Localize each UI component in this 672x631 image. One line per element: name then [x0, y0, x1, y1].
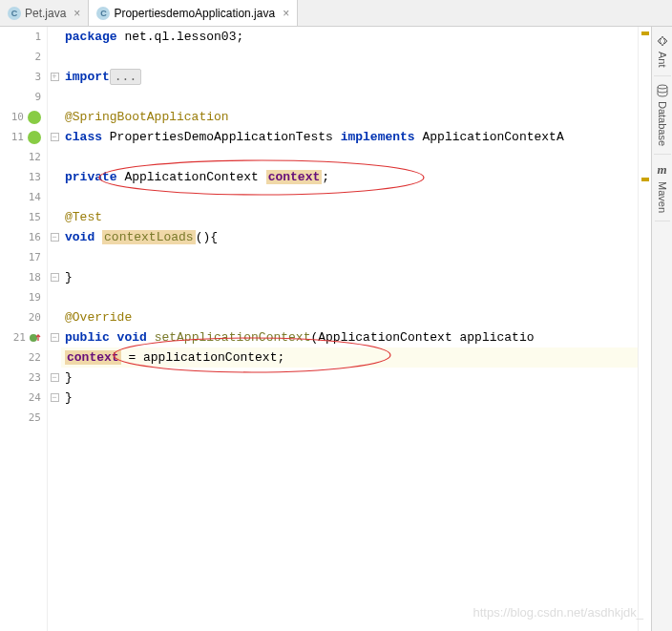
- fold-toggle[interactable]: −: [48, 388, 61, 408]
- override-up-icon[interactable]: [30, 332, 41, 344]
- line-number[interactable]: 9: [0, 87, 47, 107]
- line-number[interactable]: 19: [0, 287, 47, 307]
- fold-toggle[interactable]: +: [48, 67, 61, 87]
- line-number[interactable]: 18: [0, 267, 47, 287]
- line-number[interactable]: 22: [0, 347, 47, 368]
- java-class-icon: C: [96, 7, 110, 20]
- line-number[interactable]: 16: [0, 227, 47, 247]
- line-number[interactable]: 2: [0, 47, 47, 67]
- maven-tool-window[interactable]: m Maven: [655, 155, 670, 221]
- fold-toggle[interactable]: −: [48, 267, 61, 287]
- fold-toggle[interactable]: −: [48, 368, 61, 388]
- tab-propertiesdemo[interactable]: C PropertiesdemoApplication.java ×: [89, 0, 298, 26]
- folded-imports[interactable]: ...: [110, 69, 141, 85]
- ant-icon: [656, 34, 669, 48]
- line-number[interactable]: 1: [0, 27, 47, 47]
- svg-point-0: [30, 334, 37, 342]
- maven-icon: m: [657, 162, 666, 178]
- line-number-gutter: 1 2 3 9 10 11 12 13 14 15 16 17 18 19 20…: [0, 27, 48, 631]
- line-number[interactable]: 23: [0, 368, 47, 388]
- line-number[interactable]: 12: [0, 147, 47, 167]
- spring-run-icon[interactable]: [28, 131, 41, 144]
- line-number[interactable]: 21: [0, 327, 47, 347]
- database-tool-window[interactable]: Database: [654, 76, 671, 155]
- java-class-icon: C: [8, 7, 21, 20]
- editor-tabs: C Pet.java × C PropertiesdemoApplication…: [0, 0, 672, 27]
- main-area: 1 2 3 9 10 11 12 13 14 15 16 17 18 19 20…: [0, 27, 672, 631]
- svg-point-3: [658, 85, 667, 89]
- fold-toggle[interactable]: −: [48, 127, 61, 147]
- line-number[interactable]: 20: [0, 307, 47, 327]
- tab-pet[interactable]: C Pet.java ×: [0, 0, 89, 26]
- error-stripe[interactable]: [638, 27, 651, 631]
- tab-label: PropertiesdemoApplication.java: [114, 7, 275, 20]
- line-number[interactable]: 13: [0, 167, 47, 187]
- line-number[interactable]: 15: [0, 207, 47, 227]
- line-number[interactable]: 24: [0, 388, 47, 408]
- fold-toggle[interactable]: −: [48, 227, 61, 247]
- warning-marker[interactable]: [641, 32, 649, 35]
- close-icon[interactable]: ×: [74, 7, 80, 20]
- close-icon[interactable]: ×: [283, 7, 289, 20]
- right-tool-stripe: Ant Database m Maven: [651, 27, 672, 631]
- tab-label: Pet.java: [25, 7, 66, 20]
- line-number[interactable]: 14: [0, 187, 47, 207]
- line-number[interactable]: 17: [0, 247, 47, 267]
- database-icon: [656, 84, 669, 97]
- code-panel: 1 2 3 9 10 11 12 13 14 15 16 17 18 19 20…: [0, 27, 651, 631]
- line-number[interactable]: 3: [0, 67, 47, 87]
- ant-tool-window[interactable]: Ant: [654, 27, 671, 76]
- fold-column: + − − − − − −: [48, 27, 61, 631]
- line-number[interactable]: 10: [0, 107, 47, 127]
- spring-run-icon[interactable]: [28, 111, 41, 124]
- warning-marker[interactable]: [641, 178, 649, 181]
- fold-toggle[interactable]: −: [48, 327, 61, 347]
- line-number[interactable]: 25: [0, 408, 47, 428]
- code-text-area[interactable]: package net.ql.lesson03; import ... @Spr…: [61, 27, 638, 631]
- line-number[interactable]: 11: [0, 127, 47, 147]
